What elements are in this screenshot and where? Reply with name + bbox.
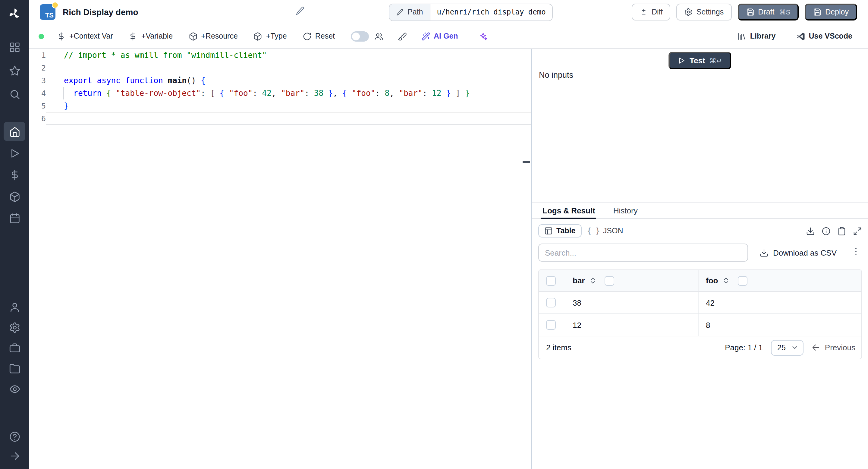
editor-toolbar: +Context Var +Variable +Resource +Type R… — [29, 24, 868, 49]
sidebar-item-runs[interactable] — [4, 144, 25, 163]
code-editor[interactable]: 1// import * as wmill from "windmill-cli… — [29, 49, 532, 469]
sidebar-item-jobs[interactable] — [4, 342, 25, 354]
view-table-label: Table — [556, 227, 575, 235]
deploy-button[interactable]: Deploy — [805, 4, 857, 21]
gear-icon — [684, 8, 693, 16]
format-button[interactable] — [398, 32, 407, 41]
add-resource-button[interactable]: +Resource — [188, 32, 238, 41]
kebab-icon — [851, 247, 861, 256]
checkbox[interactable] — [738, 276, 747, 285]
result-actions — [806, 226, 862, 236]
draft-button[interactable]: Draft ⌘S — [738, 4, 799, 21]
code-editor-lines: 1// import * as wmill from "windmill-cli… — [29, 49, 531, 125]
user-icon — [9, 301, 20, 313]
search-input[interactable] — [538, 244, 748, 262]
sort-icon[interactable] — [722, 277, 730, 285]
checkbox[interactable] — [546, 298, 556, 307]
pencil-icon — [396, 8, 404, 16]
status-dot — [38, 33, 44, 39]
checkbox[interactable] — [546, 320, 556, 330]
reset-button[interactable]: Reset — [303, 32, 335, 41]
more-options-button[interactable] — [851, 247, 861, 259]
test-button[interactable]: Test ⌘↵ — [669, 52, 731, 69]
deploy-button-label: Deploy — [825, 8, 849, 16]
code-line-4[interactable]: 4 return { "table-row-object": [ { "foo"… — [29, 87, 531, 99]
sidebar-item-settings[interactable] — [4, 321, 25, 333]
sidebar-item-schedules[interactable] — [4, 209, 25, 228]
code-line-3[interactable]: 3export async function main() { — [29, 74, 531, 87]
package-icon — [188, 32, 197, 41]
library-button[interactable]: Library — [738, 32, 776, 41]
diff-button[interactable]: Diff — [632, 4, 671, 21]
add-resource-label: +Resource — [201, 32, 238, 40]
sidebar-item-apps[interactable] — [4, 41, 25, 53]
download-csv-button[interactable]: Download as CSV — [759, 248, 837, 257]
sidebar-item-workers[interactable] — [4, 301, 25, 313]
sidebar-item-variables[interactable] — [4, 165, 25, 184]
diff-icon — [640, 8, 648, 16]
sparkles-icon — [478, 32, 488, 41]
add-variable-button[interactable]: +Variable — [129, 32, 173, 41]
table-row[interactable]: 3842 — [539, 292, 861, 314]
checkbox[interactable] — [604, 276, 614, 285]
code-line-1[interactable]: 1// import * as wmill from "windmill-cli… — [29, 49, 531, 61]
sidebar-item-search[interactable] — [4, 88, 25, 100]
sidebar-item-help[interactable] — [4, 430, 25, 442]
page-indicator: Page: 1 / 1 — [725, 343, 763, 352]
edit-title-button[interactable] — [296, 6, 305, 18]
code-text: // import * as wmill from "windmill-clie… — [46, 49, 531, 61]
multiplayer-toggle[interactable] — [350, 31, 369, 41]
play-icon — [678, 57, 685, 64]
sidebar-item-resources[interactable] — [4, 187, 25, 206]
star-icon — [9, 65, 20, 76]
code-text — [46, 112, 531, 125]
code-line-6[interactable]: 6 — [29, 112, 531, 125]
tab-history[interactable]: History — [612, 202, 639, 218]
add-context-var-button[interactable]: +Context Var — [57, 32, 113, 41]
arrow-left-icon — [812, 343, 821, 352]
save-icon — [813, 8, 822, 16]
code-line-2[interactable]: 2 — [29, 61, 531, 74]
sidebar-item-home[interactable] — [4, 122, 25, 141]
windmill-logo[interactable] — [0, 0, 29, 28]
line-number: 5 — [29, 99, 46, 112]
checkbox[interactable] — [546, 276, 556, 285]
test-button-label: Test — [689, 56, 705, 65]
reset-label: Reset — [315, 32, 335, 40]
tab-logs-result[interactable]: Logs & Result — [541, 202, 596, 218]
expand-icon[interactable] — [853, 226, 862, 236]
use-vscode-button[interactable]: Use VScode — [796, 32, 852, 41]
download-icon[interactable] — [806, 226, 815, 236]
path-button[interactable]: Path — [390, 4, 430, 20]
sidebar-item-folders[interactable] — [4, 362, 25, 374]
path-value[interactable]: u/henri/rich_display_demo — [430, 4, 552, 20]
ai-suggest-button[interactable] — [478, 32, 488, 41]
page-size-select[interactable]: 25 — [771, 340, 804, 355]
add-context-var-label: +Context Var — [69, 32, 113, 40]
ai-gen-button[interactable]: AI Gen — [421, 32, 458, 41]
previous-page-button[interactable]: Previous — [812, 343, 855, 352]
line-number: 6 — [29, 112, 46, 125]
sort-icon[interactable] — [589, 277, 597, 285]
settings-button[interactable]: Settings — [677, 4, 732, 21]
add-type-button[interactable]: +Type — [253, 32, 287, 41]
pencil-icon — [296, 6, 305, 16]
code-line-5[interactable]: 5} — [29, 99, 531, 112]
result-tabs: Logs & Result History — [532, 202, 868, 219]
clipboard-icon[interactable] — [837, 226, 846, 236]
select-all-cell — [539, 270, 565, 291]
sidebar-item-favorites[interactable] — [4, 64, 25, 76]
table-row[interactable]: 128 — [539, 314, 861, 336]
cube-icon — [9, 191, 20, 202]
sidebar-item-expand-sidebar[interactable] — [4, 450, 25, 462]
view-json-button[interactable]: { } JSON — [581, 225, 628, 237]
info-icon[interactable] — [822, 226, 831, 236]
arrow-right-icon — [9, 450, 20, 462]
briefcase-icon — [9, 342, 20, 353]
view-table-button[interactable]: Table — [538, 224, 581, 238]
sidebar-item-audit-logs[interactable] — [4, 383, 25, 395]
collaborators-button[interactable] — [374, 32, 383, 41]
package-icon — [253, 32, 262, 41]
view-json-label: JSON — [603, 227, 623, 235]
code-text: } — [46, 99, 531, 112]
